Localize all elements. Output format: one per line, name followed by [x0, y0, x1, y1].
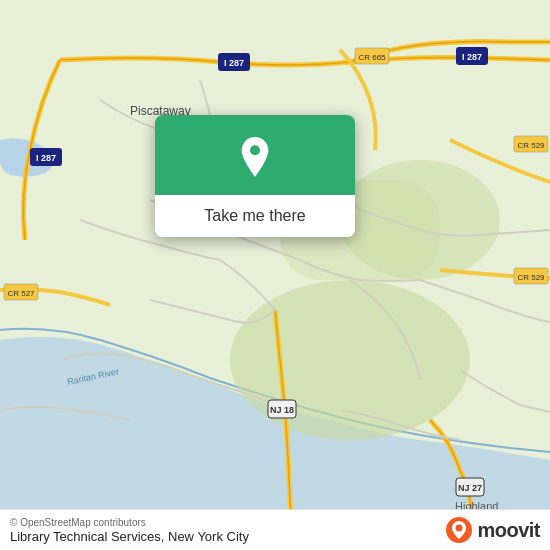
- map-background: I 287 I 287 I 287 NJ 18 NJ 27 CR 665 CR …: [0, 0, 550, 550]
- svg-text:I 287: I 287: [36, 153, 56, 163]
- svg-point-1: [230, 280, 470, 440]
- bottom-left-info: © OpenStreetMap contributors Library Tec…: [10, 517, 249, 544]
- svg-text:I 287: I 287: [462, 52, 482, 62]
- map-container: I 287 I 287 I 287 NJ 18 NJ 27 CR 665 CR …: [0, 0, 550, 550]
- svg-point-28: [456, 525, 463, 532]
- location-pin-icon: [235, 137, 275, 177]
- svg-text:NJ 27: NJ 27: [458, 483, 482, 493]
- svg-point-26: [250, 145, 260, 155]
- svg-text:NJ 18: NJ 18: [270, 405, 294, 415]
- location-label: Library Technical Services, New York Cit…: [10, 529, 249, 544]
- copyright-text: © OpenStreetMap contributors: [10, 517, 249, 528]
- moovit-brand-text: moovit: [477, 519, 540, 542]
- svg-text:CR 529: CR 529: [517, 141, 545, 150]
- svg-text:I 287: I 287: [224, 58, 244, 68]
- svg-text:CR 527: CR 527: [7, 289, 35, 298]
- svg-text:CR 529: CR 529: [517, 273, 545, 282]
- take-me-there-button[interactable]: Take me there: [155, 195, 355, 237]
- popup-card: Take me there: [155, 115, 355, 237]
- svg-text:CR 665: CR 665: [358, 53, 386, 62]
- moovit-logo: moovit: [445, 516, 540, 544]
- popup-header: [155, 115, 355, 195]
- bottom-bar: © OpenStreetMap contributors Library Tec…: [0, 509, 550, 550]
- moovit-icon: [445, 516, 473, 544]
